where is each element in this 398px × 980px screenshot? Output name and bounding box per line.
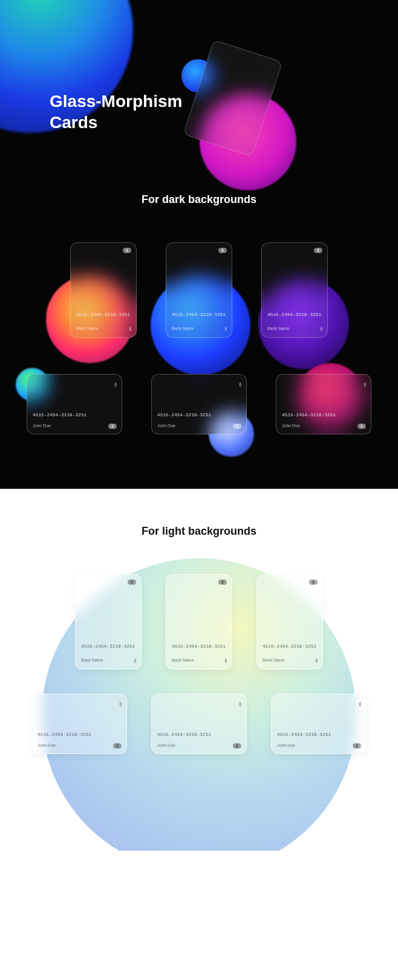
nfc-icon	[130, 657, 136, 663]
glass-card-vertical: 4515-2454-3210-3251 Bank Name	[261, 242, 328, 338]
hero: Glass-Morphism Cards	[0, 0, 398, 193]
glass-card-vertical: 4515-2454-3210-3251 Bank Name	[75, 574, 142, 669]
glass-card-vertical: 4515-2454-3210-3251 Bank Name	[166, 242, 232, 338]
glass-card-horizontal: 4515-2454-3210-3251 John Doe	[151, 374, 247, 434]
card-number: 4515-2454-3210-3251	[172, 644, 226, 649]
card-number: 4515-2454-3210-3251	[76, 312, 130, 317]
glass-card-horizontal: 4515-2454-3210-3251 John Doe	[31, 694, 127, 754]
card-number: 4515-2454-3210-3251	[263, 644, 316, 649]
card-number: 4515-2454-3210-3251	[157, 732, 211, 737]
card-slot: 4515-2454-3210-3251 Bank Name	[166, 242, 232, 338]
nfc-icon	[221, 657, 227, 663]
cardholder-name: John Doe	[38, 743, 56, 747]
hero-card-composition	[188, 48, 302, 175]
card-slot: 4515-2454-3210-3251 John Doe	[151, 694, 247, 754]
glass-card-horizontal: 4515-2454-3210-3251 John Doe	[276, 374, 371, 434]
mastercard-icon	[218, 248, 227, 253]
cardholder-name: John Doe	[157, 743, 175, 747]
light-row-vertical: 4515-2454-3210-3251 Bank Name 4515-2454-…	[0, 574, 398, 669]
glass-card-vertical: 4515-2454-3210-3251 Bank Name	[166, 574, 232, 669]
nfc-icon	[125, 325, 131, 331]
dark-section: Glass-Morphism Cards For dark background…	[0, 0, 398, 489]
mastercard-icon	[357, 424, 366, 429]
mastercard-icon	[314, 248, 322, 253]
bank-name: Bank Name	[263, 658, 285, 662]
card-slot: 4515-2454-3210-3251 Bank Name	[70, 242, 137, 338]
card-number: 4515-2454-3210-3251	[277, 732, 331, 737]
nfc-icon	[360, 381, 366, 387]
nfc-icon	[312, 657, 318, 663]
bank-name: Bank Name	[81, 658, 103, 662]
mastercard-icon	[128, 579, 136, 585]
light-section: For light backgrounds 4515-2454-3210-325…	[0, 489, 398, 851]
light-section-title: For light backgrounds	[0, 525, 398, 538]
card-slot: 4515-2454-3210-3251 John Doe	[31, 694, 127, 754]
card-number: 4515-2454-3210-3251	[282, 413, 336, 417]
glass-card-vertical: 4515-2454-3210-3251 Bank Name	[70, 242, 137, 338]
dark-section-title: For dark backgrounds	[0, 193, 398, 206]
nfc-icon	[111, 381, 117, 387]
card-number: 4515-2454-3210-3251	[172, 312, 226, 317]
mastercard-icon	[123, 248, 131, 253]
glass-card-vertical: 4515-2454-3210-3251 Bank Name	[256, 574, 323, 669]
mastercard-icon	[233, 424, 241, 429]
nfc-icon	[116, 700, 122, 706]
mastercard-icon	[113, 743, 122, 749]
nfc-icon	[235, 700, 241, 706]
card-number: 4515-2454-3210-3251	[157, 413, 211, 417]
nfc-icon	[221, 325, 227, 331]
nfc-icon	[355, 700, 361, 706]
card-slot: 4515-2454-3210-3251 John Doe	[151, 374, 247, 434]
nfc-icon	[316, 325, 322, 331]
dark-row-horizontal: 4515-2454-3210-3251 John Doe 4515-2454-3…	[0, 374, 398, 434]
dark-row-vertical: 4515-2454-3210-3251 Bank Name 4515-2454-…	[0, 242, 398, 338]
card-slot: 4515-2454-3210-3251 Bank Name	[256, 574, 323, 669]
cardholder-name: John Doe	[33, 424, 51, 428]
card-slot: 4515-2454-3210-3251 Bank Name	[75, 574, 142, 669]
glass-card-horizontal: 4515-2454-3210-3251 John Doe	[151, 694, 247, 754]
card-slot: 4515-2454-3210-3251 Bank Name	[166, 574, 232, 669]
cardholder-name: John Doe	[282, 424, 300, 428]
bank-name: Bank Name	[267, 326, 290, 330]
bank-name: Bank Name	[76, 326, 99, 330]
mastercard-icon	[108, 424, 117, 429]
glass-card-horizontal: 4515-2454-3210-3251 John Doe	[27, 374, 122, 434]
card-slot: 4515-2454-3210-3251 Bank Name	[261, 242, 328, 338]
cardholder-name: John Doe	[277, 743, 295, 747]
light-row-horizontal: 4515-2454-3210-3251 John Doe 4515-2454-3…	[0, 694, 398, 754]
mastercard-icon	[309, 579, 318, 585]
card-number: 4515-2454-3210-3251	[38, 732, 91, 737]
mastercard-icon	[233, 743, 241, 749]
card-number: 4515-2454-3210-3251	[267, 312, 321, 317]
bank-name: Bank Name	[172, 326, 194, 330]
cardholder-name: John Doe	[157, 424, 175, 428]
nfc-icon	[235, 381, 241, 387]
card-number: 4515-2454-3210-3251	[81, 644, 135, 649]
mastercard-icon	[218, 579, 227, 585]
card-number: 4515-2454-3210-3251	[33, 413, 86, 417]
mastercard-icon	[353, 743, 361, 749]
card-slot: 4515-2454-3210-3251 John Doe	[27, 374, 122, 434]
glass-card-horizontal: 4515-2454-3210-3251 John Doe	[271, 694, 367, 754]
card-slot: 4515-2454-3210-3251 John Doe	[271, 694, 367, 754]
card-slot: 4515-2454-3210-3251 John Doe	[276, 374, 371, 434]
light-grid: 4515-2454-3210-3251 Bank Name 4515-2454-…	[0, 574, 398, 754]
bank-name: Bank Name	[172, 658, 194, 662]
